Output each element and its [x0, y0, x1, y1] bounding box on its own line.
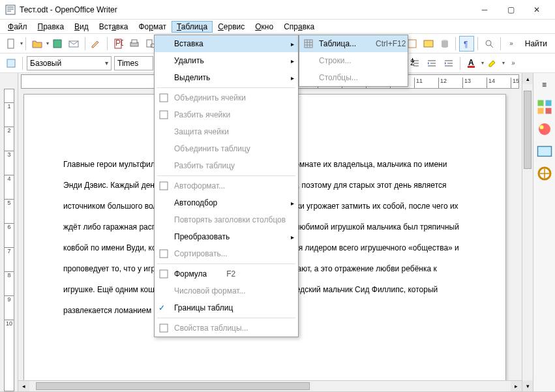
print-button[interactable]	[127, 36, 142, 52]
find-label[interactable]: Найти	[520, 39, 552, 48]
open-button[interactable]	[29, 36, 44, 52]
menu-item-формула[interactable]: ФормулаF2	[155, 265, 298, 282]
chevron-right-icon: ▸	[291, 74, 294, 82]
titlebar: Тест.odt - OpenOffice Writer ─ ▢ ✕	[0, 0, 555, 20]
sidebar-gallery-icon[interactable]	[537, 143, 552, 159]
sidebar-styles-icon[interactable]	[537, 121, 552, 137]
highlight-dropdown[interactable]: ▾	[502, 60, 505, 66]
svg-rect-0	[6, 5, 15, 14]
menu-item-свойства-таблицы-: Свойства таблицы...	[155, 320, 298, 337]
scroll-right-button[interactable]: ▸	[511, 381, 522, 391]
svg-rect-15	[7, 59, 15, 67]
svg-rect-35	[160, 270, 168, 278]
sidebar-menu-icon[interactable]: ≡	[537, 77, 552, 93]
new-doc-dropdown[interactable]: ▾	[20, 40, 23, 46]
svg-rect-36	[160, 324, 168, 332]
svg-rect-11	[424, 40, 433, 47]
menu-format[interactable]: Формат	[133, 21, 172, 33]
decrease-indent-button[interactable]	[424, 55, 440, 71]
highlight-button[interactable]	[485, 55, 500, 71]
svg-point-27	[539, 123, 550, 135]
vscroll-thumb[interactable]	[524, 91, 532, 169]
props-icon	[157, 324, 170, 333]
save-button[interactable]	[50, 36, 65, 52]
pdf-button[interactable]: PDF	[111, 36, 126, 52]
formula-icon	[157, 269, 170, 279]
hscroll-thumb[interactable]	[36, 382, 310, 390]
menu-window[interactable]: Окно	[250, 21, 278, 33]
svg-rect-37	[305, 40, 312, 48]
chevron-right-icon: ▸	[291, 234, 294, 241]
svg-rect-25	[537, 108, 543, 114]
svg-text:PDF: PDF	[115, 38, 123, 48]
svg-text:A: A	[468, 58, 474, 67]
mail-button[interactable]	[66, 36, 81, 52]
styles-button[interactable]	[3, 55, 19, 71]
zoom-button[interactable]	[481, 36, 496, 52]
scroll-left-button[interactable]: ◂	[18, 381, 29, 391]
menubar: Файл Правка Вид Вставка Формат Таблица С…	[0, 20, 555, 34]
maximize-button[interactable]: ▢	[498, 1, 524, 19]
svg-point-14	[486, 40, 491, 46]
menu-insert[interactable]: Вставка	[94, 21, 134, 33]
menu-edit[interactable]: Правка	[33, 21, 70, 33]
menu-item-разбить-таблицу: Разбить таблицу	[155, 157, 298, 174]
menu-tools[interactable]: Сервис	[213, 21, 250, 33]
svg-rect-23	[537, 100, 543, 106]
vertical-ruler: 12345678910	[0, 73, 18, 391]
horizontal-scrollbar[interactable]: ◂ ▸	[18, 380, 522, 391]
menu-file[interactable]: Файл	[3, 21, 33, 33]
style-value: Базовый	[30, 59, 61, 68]
svg-rect-8	[147, 40, 152, 47]
svg-rect-22	[468, 66, 475, 68]
increase-indent-button[interactable]	[441, 55, 457, 71]
merge-icon	[157, 93, 170, 102]
font-color-button[interactable]: A	[464, 55, 479, 71]
scroll-down-button[interactable]: ▾	[522, 380, 533, 391]
minimize-button[interactable]: ─	[472, 1, 498, 19]
chevron-down-icon: ▾	[105, 59, 108, 67]
svg-rect-2	[53, 40, 61, 48]
menu-item-повторять-заголовки-столбцов: Повторять заголовки столбцов	[155, 211, 298, 228]
sidebar-navigator-icon[interactable]	[537, 166, 552, 181]
menu-item-преобразовать[interactable]: Преобразовать▸	[155, 228, 298, 245]
font-name-select[interactable]: Times	[114, 56, 153, 70]
new-doc-button[interactable]	[3, 36, 18, 52]
font-color-dropdown[interactable]: ▾	[481, 60, 484, 66]
numbering-button[interactable]: 12	[407, 55, 423, 71]
datasource-button[interactable]	[437, 36, 452, 52]
chevron-right-icon: ▸	[291, 57, 294, 65]
chevron-right-icon: ▸	[291, 40, 294, 48]
svg-rect-34	[160, 250, 168, 258]
edit-button[interactable]	[89, 36, 104, 52]
menu-item-удалить[interactable]: Удалить▸	[155, 52, 298, 69]
pilcrow-button[interactable]: ¶	[459, 36, 474, 52]
menu-item-числовой-формат-: Числовой формат...	[155, 282, 298, 299]
svg-text:¶: ¶	[464, 40, 468, 49]
font-value: Times	[117, 59, 138, 68]
paragraph-style-select[interactable]: Базовый ▾	[27, 56, 112, 70]
scroll-up-button[interactable]: ▴	[522, 73, 533, 84]
close-button[interactable]: ✕	[524, 1, 550, 19]
picture-button[interactable]	[421, 36, 436, 52]
toolbar-overflow[interactable]: »	[504, 36, 519, 52]
menu-item-автоподбор[interactable]: Автоподбор▸	[155, 194, 298, 211]
submenu-item-таблица-[interactable]: Таблица...Ctrl+F12	[299, 35, 408, 52]
menu-table[interactable]: Таблица	[172, 21, 213, 33]
menu-item-границы-таблиц[interactable]: ✓Границы таблиц	[155, 299, 298, 316]
svg-rect-10	[408, 40, 416, 48]
sort-icon	[157, 249, 170, 258]
insert-submenu: Таблица...Ctrl+F12Строки...Столбцы...	[299, 35, 408, 87]
menu-help[interactable]: Справка	[278, 21, 320, 33]
chevron-right-icon: ▸	[291, 200, 294, 207]
svg-rect-24	[545, 100, 551, 106]
open-dropdown[interactable]: ▾	[46, 40, 49, 46]
svg-rect-33	[160, 182, 168, 190]
vertical-scrollbar[interactable]: ▴ ▾	[522, 73, 533, 391]
toolbar2-overflow[interactable]: »	[505, 55, 521, 71]
menu-view[interactable]: Вид	[69, 21, 94, 33]
sidebar-properties-icon[interactable]	[537, 99, 552, 115]
svg-rect-1	[8, 39, 14, 48]
menu-item-вставка[interactable]: Вставка▸	[155, 35, 298, 52]
menu-item-выделить[interactable]: Выделить▸	[155, 69, 298, 86]
